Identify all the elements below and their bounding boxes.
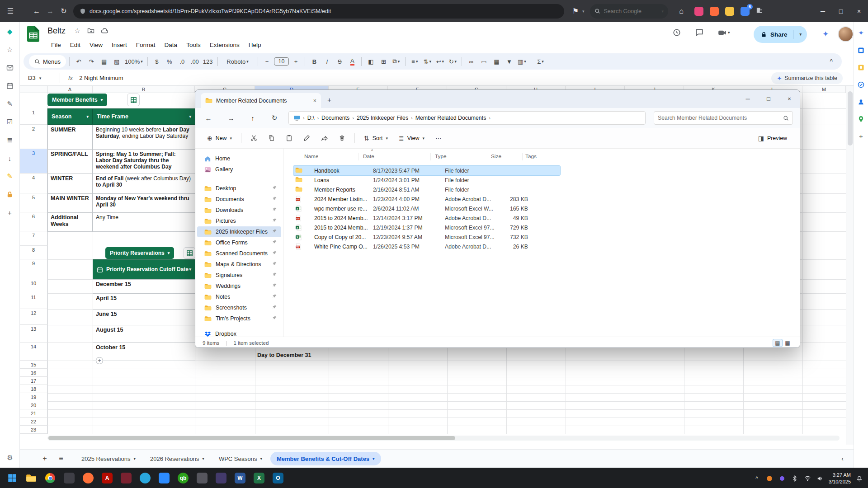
fill-color-icon[interactable]: ◧ [365, 56, 377, 67]
cell-A2[interactable]: SUMMER [47, 125, 93, 150]
sidebar-item-gallery[interactable]: Gallery [197, 164, 281, 175]
share-icon[interactable] [316, 131, 332, 145]
menu-format[interactable]: Format [132, 40, 159, 50]
paste-icon[interactable] [281, 131, 297, 145]
strikethrough-icon[interactable]: S [334, 56, 345, 67]
add-table-row-button[interactable]: + [96, 357, 103, 364]
column-header-M[interactable]: M [802, 86, 846, 93]
scroll-tabs-icon[interactable]: ‹ [841, 455, 844, 462]
preview-toggle[interactable]: ◨ Preview [754, 131, 792, 145]
cell-A6[interactable]: Additional Weeks [47, 212, 93, 232]
sidebar-item-desktop[interactable]: Desktop [197, 183, 281, 194]
menu-insert[interactable]: Insert [108, 40, 131, 50]
more-options-icon[interactable]: ⋯ [431, 131, 446, 145]
cell-B11[interactable]: April 15 [93, 293, 195, 310]
extension-icon[interactable] [694, 7, 703, 16]
rename-icon[interactable] [299, 131, 315, 145]
row-header-13[interactable]: 13 [20, 325, 47, 343]
cell-A5[interactable]: MAIN WINTER [47, 193, 93, 213]
horizontal-scrollbar[interactable] [47, 436, 840, 441]
sidebar-item-notes[interactable]: Notes [197, 291, 281, 302]
menus-button[interactable]: Menus [29, 55, 66, 68]
file-row[interactable]: PDFWhite Pine Camp O...1/26/2025 4:53 PM… [293, 242, 560, 251]
gemini-icon[interactable]: ✦ [822, 29, 829, 39]
details-view-icon[interactable]: ▤ [773, 339, 783, 347]
rotate-icon[interactable]: ↻▾ [447, 56, 458, 67]
breadcrumb-item[interactable]: Documents [321, 115, 349, 121]
increase-decimal-icon[interactable]: .00 [189, 56, 201, 67]
sidebar-item-dropbox[interactable]: Dropbox [197, 328, 281, 337]
home-icon[interactable]: ⌂ [675, 5, 688, 18]
file-row[interactable]: XCopy of Copy of 20...12/23/2024 9:57 AM… [293, 232, 560, 242]
sidebar-item-screenshots[interactable]: Screenshots [197, 302, 281, 313]
cell-D14-partial[interactable]: Day to December 31 [257, 352, 311, 358]
cell-B5[interactable]: Monday of New Year's weekend thru April … [93, 193, 195, 213]
site-info-icon[interactable] [80, 8, 86, 14]
file-row[interactable]: Member Reports2/16/2024 8:51 AMFile fold… [293, 185, 560, 194]
breadcrumb[interactable]: ›D:\›Documents›2025 Inkkeeper Files›Memb… [288, 111, 646, 125]
scrollbar-thumb[interactable] [848, 91, 853, 145]
add-icon[interactable]: + [857, 131, 866, 141]
breadcrumb-item[interactable]: Member Related Documents [415, 115, 486, 121]
explorer-file-list[interactable]: Name^DateTypeSizeTagsHandbook8/17/2023 5… [283, 149, 800, 337]
paint-format-icon[interactable]: ▧ [111, 56, 123, 67]
sheets-logo-icon[interactable] [27, 26, 39, 42]
menu-help[interactable]: Help [245, 40, 265, 50]
cloud-status-icon[interactable] [99, 25, 110, 37]
word[interactable]: W [232, 470, 248, 486]
add-icon[interactable]: + [4, 206, 16, 218]
explorer-search-input[interactable] [658, 115, 783, 121]
italic-icon[interactable]: I [321, 56, 333, 67]
sidebar-item-signatures[interactable]: Signatures [197, 270, 281, 281]
sheet-tab-2026-reservations[interactable]: 2026 Reservations▾ [144, 452, 211, 465]
percent-icon[interactable]: % [164, 56, 175, 67]
row-header-4[interactable]: 4 [20, 174, 47, 193]
column-tags[interactable]: Tags [525, 153, 537, 160]
row-header-3[interactable]: 3 [20, 149, 47, 174]
menu-view[interactable]: View [86, 40, 106, 50]
row-header-8[interactable]: 8 [20, 246, 47, 259]
file-row[interactable]: Handbook8/17/2023 5:47 PMFile folder [293, 166, 560, 175]
new-button[interactable]: ⊕New▾ [203, 131, 236, 145]
edge[interactable] [137, 470, 153, 486]
column-type[interactable]: Type [435, 153, 447, 160]
merge-icon[interactable]: ⧉▾ [390, 56, 402, 67]
browser-menu-icon[interactable]: ☰ [4, 5, 17, 18]
benefits-header-timeframe[interactable]: Time Frame▾ [93, 108, 195, 125]
row-header-16[interactable]: 16 [20, 369, 47, 377]
sidebar-item-home[interactable]: Home [197, 153, 281, 164]
app-icon[interactable] [61, 470, 77, 486]
row-header-9[interactable]: 9 [20, 259, 47, 279]
menu-edit[interactable]: Edit [66, 40, 84, 50]
number-format-icon[interactable]: 123 [202, 56, 214, 67]
sheet-tab-wpc-seasons[interactable]: WPC Seasons▾ [212, 452, 269, 465]
tasks-icon[interactable] [857, 80, 866, 89]
app-icon[interactable] [194, 470, 210, 486]
print-icon[interactable]: ▤ [98, 56, 110, 67]
row-header-5[interactable]: 5 [20, 193, 47, 212]
extensions-puzzle-icon[interactable] [756, 7, 765, 16]
bookmark-flag-icon[interactable]: ⚑ [569, 5, 582, 18]
explorer-sidebar[interactable]: HomeGalleryDesktopDocumentsDownloadsPict… [195, 149, 283, 337]
align-icon[interactable]: ≡▾ [409, 56, 420, 67]
cell-A3[interactable]: SPRING/FALL [47, 149, 93, 174]
extension-icon[interactable]: 5 [741, 7, 750, 16]
explorer-title-bar[interactable]: Member Related Documents × + ─ □ × [195, 90, 800, 108]
name-box[interactable]: D3▾ [20, 75, 60, 81]
zoom-icon[interactable]: 100%▾ [123, 56, 144, 67]
comment-icon[interactable]: ▭ [478, 56, 490, 67]
cell-A4[interactable]: WINTER [47, 174, 93, 194]
explorer-minimize-icon[interactable]: ─ [737, 90, 758, 107]
url-bar[interactable]: docs.google.com/spreadsheets/d/1bPm-DPuk… [73, 4, 564, 19]
breadcrumb-chevron-icon[interactable]: › [489, 115, 491, 121]
browser-search-box[interactable]: ▾ [590, 4, 669, 19]
refresh-icon[interactable]: ↻ [57, 5, 71, 18]
tab-close-icon[interactable]: × [313, 98, 316, 104]
table-menu-button[interactable] [127, 94, 140, 106]
bluetooth-icon[interactable] [791, 474, 799, 483]
copy-icon[interactable] [264, 131, 279, 145]
quickbooks[interactable]: qb [175, 470, 191, 486]
row-header-22[interactable]: 22 [20, 418, 47, 426]
tasks-icon[interactable]: ☑ [4, 116, 16, 128]
contacts-icon[interactable] [857, 97, 866, 106]
